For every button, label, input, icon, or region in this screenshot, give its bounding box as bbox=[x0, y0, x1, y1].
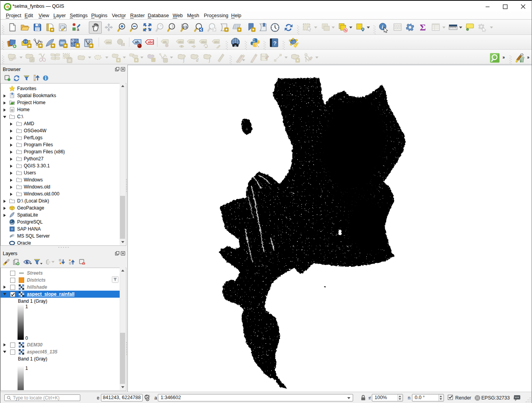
svg-text:ab: ab bbox=[163, 40, 167, 44]
svg-text:abc: abc bbox=[189, 40, 194, 44]
svg-text:d: d bbox=[196, 57, 199, 63]
svg-text:i: i bbox=[382, 24, 384, 30]
svg-text:abc: abc bbox=[179, 40, 184, 44]
svg-text:Σ: Σ bbox=[420, 23, 426, 32]
svg-text:?: ? bbox=[273, 40, 277, 46]
svg-text:abc: abc bbox=[148, 40, 154, 44]
svg-text:abc: abc bbox=[106, 41, 112, 44]
svg-text:abc: abc bbox=[201, 40, 207, 44]
svg-text:1:1: 1:1 bbox=[183, 25, 187, 28]
svg-text:abc: abc bbox=[214, 40, 219, 44]
svg-text:ab: ab bbox=[135, 40, 139, 44]
svg-text:a: a bbox=[77, 27, 80, 32]
svg-text:∫: ∫ bbox=[209, 57, 210, 63]
svg-text:∫: ∫ bbox=[183, 57, 185, 63]
